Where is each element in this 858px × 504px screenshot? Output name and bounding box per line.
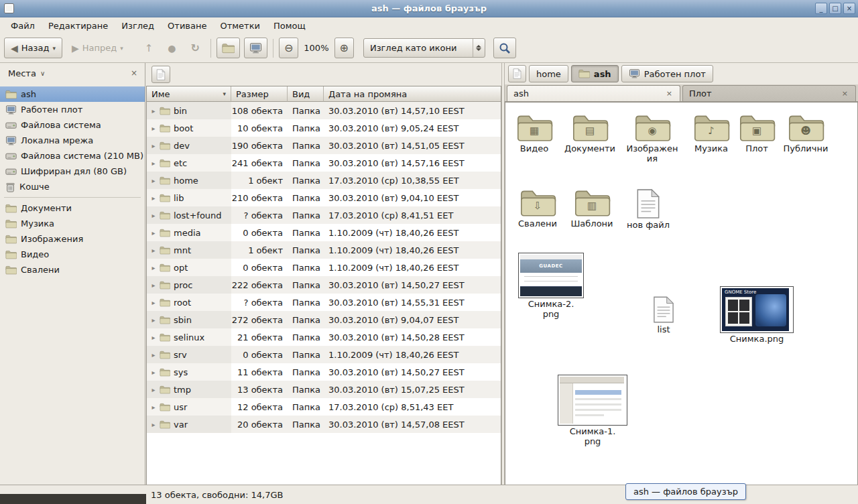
expander-icon[interactable]: ▸ xyxy=(149,386,158,393)
zoom-in-button[interactable]: ⊕ xyxy=(334,38,354,58)
tree-row[interactable]: ▸ opt 0 обекта Папка 1.10.2009 (чт) 18,4… xyxy=(147,259,501,276)
sidebar-item-filesystem[interactable]: Файлова система xyxy=(0,117,145,133)
icon-item-list-file[interactable]: list xyxy=(644,296,684,335)
breadcrumb-desktop[interactable]: Работен плот xyxy=(621,65,713,82)
tree-row[interactable]: ▸ home 1 обект Папка 17.03.2010 (ср) 10,… xyxy=(147,172,501,189)
computer-button[interactable] xyxy=(244,38,267,58)
tree-row[interactable]: ▸ media 0 обекта Папка 1.10.2009 (чт) 18… xyxy=(147,224,501,241)
location-bar-button[interactable] xyxy=(151,66,170,83)
expander-icon[interactable]: ▸ xyxy=(149,107,158,115)
home-button[interactable] xyxy=(217,38,240,58)
expander-icon[interactable]: ▸ xyxy=(149,194,158,202)
icon-item-new-file[interactable]: нов файл xyxy=(626,188,670,231)
icon-item-video[interactable]: ▦ Видео xyxy=(512,113,556,154)
sidebar-mode-selector[interactable]: Места ∨ xyxy=(4,66,49,80)
icon-item-pictures[interactable]: ◉ Изображения xyxy=(623,113,681,164)
tree-row[interactable]: ▸ var 20 обекта Папка 30.03.2010 (вт) 14… xyxy=(147,416,501,433)
tab-ash[interactable]: ash × xyxy=(507,85,680,101)
back-button[interactable]: ◀ Назад ▾ xyxy=(4,38,62,58)
stop-button[interactable]: ● xyxy=(162,38,181,58)
tree-row[interactable]: ▸ etc 241 обекта Папка 30.03.2010 (вт) 1… xyxy=(147,154,501,172)
sidebar-close-button[interactable]: × xyxy=(127,67,141,79)
forward-button[interactable]: ▶ Напред ▾ xyxy=(65,38,130,58)
reload-button[interactable]: ↻ xyxy=(186,38,205,58)
expander-icon[interactable]: ▸ xyxy=(149,281,158,289)
icon-item-music[interactable]: ♪ Музика xyxy=(689,113,733,154)
tree-row[interactable]: ▸ tmp 13 обекта Папка 30.03.2010 (вт) 15… xyxy=(147,381,501,398)
expander-icon[interactable]: ▸ xyxy=(149,229,158,237)
close-button[interactable]: × xyxy=(843,3,855,14)
tab-plot[interactable]: Плот × xyxy=(682,85,856,101)
column-header-size[interactable]: Размер xyxy=(231,86,288,102)
expander-icon[interactable]: ▸ xyxy=(149,369,158,376)
tree-row[interactable]: ▸ lost+found ? обекта Папка 17.03.2010 (… xyxy=(147,206,501,224)
expander-icon[interactable]: ▸ xyxy=(149,160,158,167)
tree-row[interactable]: ▸ proc 222 обекта Папка 30.03.2010 (вт) … xyxy=(147,276,501,294)
tree-row[interactable]: ▸ lib 210 обекта Папка 30.03.2010 (вт) 9… xyxy=(147,189,501,206)
expander-icon[interactable]: ▸ xyxy=(149,351,158,359)
menu-view[interactable]: Изглед xyxy=(115,19,161,33)
expander-icon[interactable]: ▸ xyxy=(149,212,158,219)
tree-row[interactable]: ▸ root ? обекта Папка 30.03.2010 (вт) 14… xyxy=(147,294,501,311)
expander-icon[interactable]: ▸ xyxy=(149,403,158,411)
icon-item-snimka[interactable]: GNOME Store Снимка.png xyxy=(720,286,794,344)
icon-item-templates[interactable]: ▥ Шаблони xyxy=(568,188,615,229)
sidebar-item-downloads[interactable]: Свалени xyxy=(0,262,145,277)
pathbar-root-button[interactable] xyxy=(508,65,526,82)
menu-bookmarks[interactable]: Отметки xyxy=(213,19,266,33)
view-mode-combo[interactable]: Изглед като икони xyxy=(363,38,485,58)
expander-icon[interactable]: ▸ xyxy=(149,299,158,306)
minimize-button[interactable]: _ xyxy=(815,3,827,14)
menu-edit[interactable]: Редактиране xyxy=(42,19,115,33)
column-header-type[interactable]: Вид xyxy=(288,86,324,102)
back-history-dropdown-icon[interactable]: ▾ xyxy=(52,45,56,52)
sidebar-item-trash[interactable]: Кошче xyxy=(0,179,145,194)
icon-item-desktop-folder[interactable]: ▣ Плот xyxy=(737,113,776,154)
icon-item-snimka-1[interactable]: Снимка-1.png xyxy=(558,375,627,447)
icon-view-canvas[interactable]: ▦ Видео ▤ Документи ◉ Изображения xyxy=(505,102,858,485)
tree-row[interactable]: ▸ usr 12 обекта Папка 17.03.2010 (ср) 8,… xyxy=(147,398,501,416)
up-button[interactable]: ↑ xyxy=(139,38,159,58)
tree-row[interactable]: ▸ dev 190 обекта Папка 30.03.2010 (вт) 1… xyxy=(147,137,501,154)
sidebar-item-music[interactable]: Музика xyxy=(0,216,145,231)
title-bar[interactable]: ash — файлов браузър _ □ × xyxy=(0,0,858,17)
sidebar-item-ash[interactable]: ash xyxy=(0,86,145,102)
tree-row[interactable]: ▸ boot 10 обекта Папка 30.03.2010 (вт) 9… xyxy=(147,119,501,137)
menu-help[interactable]: Помощ xyxy=(267,19,312,33)
expander-icon[interactable]: ▸ xyxy=(149,125,158,132)
tree-row[interactable]: ▸ bin 108 обекта Папка 30.03.2010 (вт) 1… xyxy=(147,102,501,119)
expander-icon[interactable]: ▸ xyxy=(149,421,158,428)
zoom-out-button[interactable]: ⊖ xyxy=(279,38,298,58)
tree-row[interactable]: ▸ srv 0 обекта Папка 1.10.2009 (чт) 18,4… xyxy=(147,346,501,363)
icon-item-documents[interactable]: ▤ Документи xyxy=(563,113,617,154)
expander-icon[interactable]: ▸ xyxy=(149,264,158,271)
sidebar-item-documents[interactable]: Документи xyxy=(0,200,145,216)
sidebar-item-encrypted-80gb[interactable]: Шифриран дял (80 GB) xyxy=(0,164,145,179)
expander-icon[interactable]: ▸ xyxy=(149,142,158,149)
breadcrumb-ash[interactable]: ash xyxy=(571,65,619,82)
icon-item-snimka-2[interactable]: GUADEC Снимка-2.png xyxy=(516,253,586,320)
icon-item-public[interactable]: ☻ Публични xyxy=(780,113,831,154)
tab-close-icon[interactable]: × xyxy=(841,89,849,98)
tab-close-icon[interactable]: × xyxy=(665,89,674,98)
sidebar-item-desktop[interactable]: Работен плот xyxy=(0,102,145,117)
tree-row[interactable]: ▸ selinux 21 обекта Папка 30.03.2010 (вт… xyxy=(147,328,501,346)
tree-row[interactable]: ▸ mnt 1 обект Папка 1.10.2009 (чт) 18,40… xyxy=(147,241,501,259)
sidebar-item-filesystem-210mb[interactable]: Файлова система (210 MB) xyxy=(0,148,145,164)
expander-icon[interactable]: ▸ xyxy=(149,316,158,324)
expander-icon[interactable]: ▸ xyxy=(149,247,158,254)
expander-icon[interactable]: ▸ xyxy=(149,177,158,184)
window-menu-icon[interactable] xyxy=(4,3,14,13)
tree-row[interactable]: ▸ sbin 272 обекта Папка 30.03.2010 (вт) … xyxy=(147,311,501,328)
column-header-modified[interactable]: Дата на промяна xyxy=(324,86,501,102)
icon-item-downloads[interactable]: ⇩ Свалени xyxy=(515,188,560,229)
menu-file[interactable]: Файл xyxy=(4,19,42,33)
sidebar-item-local-network[interactable]: Локална мрежа xyxy=(0,133,145,148)
breadcrumb-home[interactable]: home xyxy=(529,65,568,82)
expander-icon[interactable]: ▸ xyxy=(149,334,158,341)
maximize-button[interactable]: □ xyxy=(829,3,841,14)
sidebar-item-pictures[interactable]: Изображения xyxy=(0,231,145,247)
column-header-name[interactable]: Име ▾ xyxy=(147,86,231,102)
search-button[interactable] xyxy=(493,38,516,58)
tree-row[interactable]: ▸ sys 11 обекта Папка 30.03.2010 (вт) 14… xyxy=(147,363,501,381)
